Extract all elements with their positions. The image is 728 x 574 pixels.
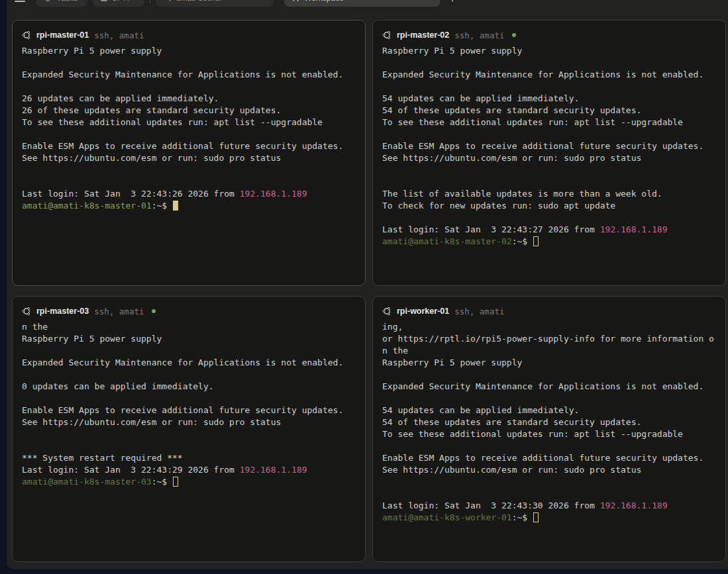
terminal-pane-rpi-master-03[interactable]: rpi-master-03 ssh, amati n theRaspberry … (12, 296, 366, 562)
terminal-cursor (173, 477, 178, 487)
pane-subtitle: ssh, amati (94, 307, 144, 316)
terminal-app-window: Vaults SFTP amati-docker Workspace (7, 0, 728, 569)
ubuntu-logo-icon (22, 30, 31, 40)
terminal-line (22, 57, 356, 69)
pane-subtitle: ssh, amati (454, 307, 504, 316)
ubuntu-logo-icon (382, 30, 391, 40)
terminal-line (382, 176, 716, 188)
menu-icon[interactable] (15, 0, 25, 2)
terminal-line: Last login: Sat Jan 3 22:43:27 2026 from… (382, 224, 716, 236)
terminal-line: 26 of these updates are standard securit… (22, 105, 356, 117)
close-icon[interactable] (292, 0, 299, 2)
pane-header[interactable]: rpi-master-01 ssh, amati (13, 21, 365, 43)
terminal-line: Enable ESM Apps to receive additional fu… (382, 452, 716, 464)
tab-label: amati-docker (176, 0, 222, 3)
terminal-line (22, 393, 356, 405)
pane-header[interactable]: rpi-worker-01 ssh, amati (373, 297, 725, 319)
terminal-cursor (533, 236, 539, 246)
terminal-pane-grid: rpi-master-01 ssh, amati Raspberry Pi 5 … (12, 20, 726, 562)
terminal-line: n the (22, 321, 356, 333)
terminal-line: Last login: Sat Jan 3 22:43:29 2026 from… (22, 464, 356, 476)
pane-title: rpi-master-01 (36, 30, 89, 40)
terminal-line: Expanded Security Maintenance for Applic… (22, 69, 356, 81)
terminal-line: Raspberry Pi 5 power supply (382, 45, 716, 57)
new-tab-button[interactable] (448, 0, 457, 3)
sftp-icon (101, 0, 107, 1)
terminal-line (22, 81, 356, 93)
terminal-line: See https://ubuntu.com/esm or run: sudo … (22, 152, 356, 164)
terminal-line (22, 164, 356, 176)
terminal-output[interactable]: n theRaspberry Pi 5 power supplyExpanded… (13, 319, 365, 561)
terminal-line: 54 of these updates are standard securit… (382, 416, 716, 428)
terminal-output[interactable]: Raspberry Pi 5 power supplyExpanded Secu… (373, 43, 725, 285)
terminal-line: See https://ubuntu.com/esm or run: sudo … (382, 152, 716, 164)
terminal-line: Raspberry Pi 5 power supply (382, 357, 716, 369)
terminal-line (382, 57, 716, 69)
terminal-line: Expanded Security Maintenance for Applic… (382, 69, 716, 81)
terminal-line: ing, (382, 321, 716, 333)
pane-title: rpi-master-03 (36, 307, 89, 316)
pane-header[interactable]: rpi-master-03 ssh, amati (13, 297, 365, 319)
sftp-button[interactable]: SFTP (93, 0, 144, 7)
terminal-line (22, 369, 356, 381)
terminal-line: Raspberry Pi 5 power supply (22, 45, 356, 57)
pane-title: rpi-master-02 (397, 30, 449, 40)
sftp-label: SFTP (112, 0, 132, 3)
terminal-line (382, 476, 716, 488)
terminal-line: amati@amati-k8s-master-02:~$ (382, 236, 716, 248)
terminal-line: amati@amati-k8s-master-03:~$ (22, 476, 356, 488)
terminal-line: See https://ubuntu.com/esm or run: sudo … (382, 464, 716, 476)
ubuntu-logo-icon (382, 307, 391, 316)
terminal-line: Last login: Sat Jan 3 22:43:26 2026 from… (22, 188, 356, 200)
terminal-line (382, 128, 716, 140)
terminal-line: Enable ESM Apps to receive additional fu… (22, 140, 356, 152)
terminal-line: Enable ESM Apps to receive additional fu… (22, 405, 356, 416)
shield-icon (44, 0, 52, 2)
terminal-pane-rpi-master-02[interactable]: rpi-master-02 ssh, amati Raspberry Pi 5 … (372, 20, 726, 286)
terminal-output[interactable]: Raspberry Pi 5 power supplyExpanded Secu… (13, 43, 365, 285)
pane-header[interactable]: rpi-master-02 ssh, amati (373, 21, 725, 43)
terminal-line: To check for new updates run: sudo apt u… (382, 200, 716, 212)
terminal-line: The list of available updates is more th… (382, 188, 716, 200)
plus-icon (448, 0, 457, 3)
tab-amati-docker[interactable]: amati-docker (156, 0, 274, 7)
pane-title: rpi-worker-01 (397, 307, 449, 316)
terminal-line: 54 updates can be applied immediately. (382, 405, 716, 416)
terminal-line (382, 369, 716, 381)
terminal-line: *** System restart required *** (22, 452, 356, 464)
terminal-line (382, 393, 716, 405)
terminal-line: amati@amati-k8s-worker-01:~$ (382, 512, 716, 524)
terminal-line (22, 440, 356, 452)
terminal-line (382, 488, 716, 500)
terminal-line: To see these additional updates run: apt… (382, 428, 716, 440)
terminal-line (22, 128, 356, 140)
status-dot (152, 309, 156, 313)
terminal-pane-rpi-worker-01[interactable]: rpi-worker-01 ssh, amati ing,or https://… (372, 296, 726, 562)
vaults-label: Vaults (56, 0, 78, 3)
terminal-line (22, 428, 356, 440)
terminal-cursor (533, 512, 539, 522)
pane-subtitle: ssh, amati (454, 30, 504, 40)
terminal-line: 54 updates can be applied immediately. (382, 93, 716, 105)
terminal-pane-rpi-master-01[interactable]: rpi-master-01 ssh, amati Raspberry Pi 5 … (12, 20, 366, 286)
tab-label: Workspace (304, 0, 344, 3)
terminal-line: 54 of these updates are standard securit… (382, 105, 716, 117)
terminal-line (382, 440, 716, 452)
tab-workspace[interactable]: Workspace (284, 0, 440, 7)
terminal-line: Raspberry Pi 5 power supply (22, 333, 356, 345)
top-tab-bar: Vaults SFTP amati-docker Workspace (7, 0, 728, 8)
vaults-button[interactable]: Vaults (36, 0, 87, 7)
terminal-line (22, 176, 356, 188)
terminal-output[interactable]: ing,or https://rptl.io/rpi5-power-supply… (373, 319, 725, 561)
terminal-line: See https://ubuntu.com/esm or run: sudo … (22, 416, 356, 428)
terminal-line: amati@amati-k8s-master-01:~$ (22, 200, 356, 212)
terminal-line: Last login: Sat Jan 3 22:43:30 2026 from… (382, 500, 716, 512)
terminal-line (22, 345, 356, 357)
terminal-line: Expanded Security Maintenance for Applic… (22, 357, 356, 369)
terminal-line: 0 updates can be applied immediately. (22, 381, 356, 393)
tabbar-divider (150, 0, 150, 3)
status-dot (512, 33, 516, 37)
terminal-line: To see these additional updates run: apt… (382, 117, 716, 128)
terminal-line: Enable ESM Apps to receive additional fu… (382, 140, 716, 152)
search-icon (164, 0, 172, 2)
